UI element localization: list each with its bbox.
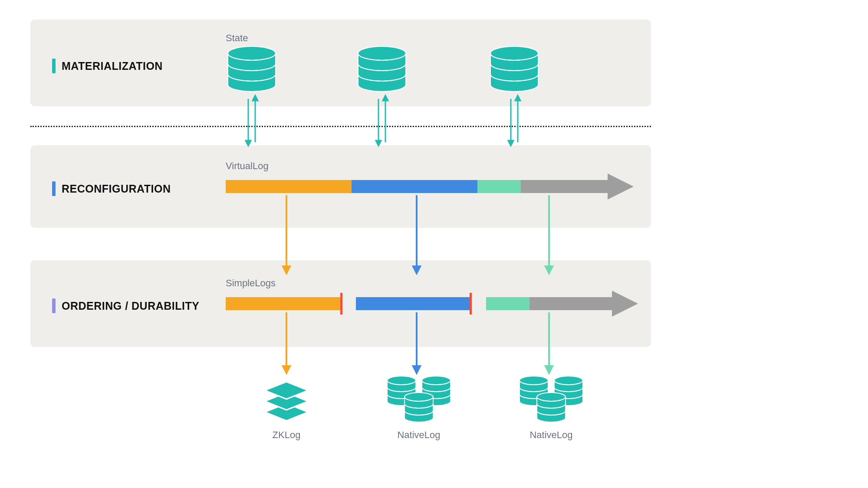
caption-simplelogs: SimpleLogs: [226, 278, 276, 289]
simplelog-bar: [226, 291, 356, 317]
svg-rect-18: [521, 180, 608, 193]
svg-marker-21: [283, 266, 290, 273]
section-label-text: RECONFIGURATION: [62, 183, 171, 195]
state-db-icon: [356, 46, 408, 93]
svg-rect-31: [529, 297, 612, 310]
state-db-icon: [488, 46, 540, 93]
svg-rect-17: [477, 180, 521, 193]
section-label-text: MATERIALIZATION: [62, 60, 163, 72]
caption-state: State: [226, 33, 248, 44]
section-ordering: ORDERING / DURABILITY: [52, 298, 199, 313]
svg-marker-23: [413, 266, 420, 273]
bidir-arrow-icon: [506, 95, 523, 147]
svg-rect-28: [356, 297, 470, 310]
bottom-label-zklog: ZKLog: [260, 429, 312, 441]
section-label-text: ORDERING / DURABILITY: [62, 300, 199, 312]
bidir-arrow-icon: [373, 95, 391, 147]
accent-bar-materialization: [52, 59, 56, 73]
svg-rect-30: [486, 297, 529, 310]
state-db-icon: [226, 46, 278, 93]
down-arrow-icon: [282, 195, 291, 273]
svg-marker-8: [376, 141, 381, 146]
section-reconfiguration: RECONFIGURATION: [52, 181, 171, 196]
svg-marker-38: [546, 366, 552, 373]
down-arrow-icon: [545, 312, 553, 373]
svg-marker-10: [383, 95, 388, 101]
svg-marker-4: [246, 141, 251, 146]
bottom-label-nativelog: NativeLog: [514, 429, 588, 441]
svg-marker-36: [413, 366, 420, 373]
accent-bar-reconfiguration: [52, 181, 56, 196]
bottom-label-nativelog: NativeLog: [382, 429, 456, 441]
down-arrow-icon: [412, 195, 421, 273]
svg-rect-16: [352, 180, 477, 193]
nativelog-cluster-icon: [382, 375, 456, 427]
section-materialization: MATERIALIZATION: [52, 59, 163, 73]
zklog-stack-icon: [260, 377, 312, 425]
svg-marker-6: [253, 95, 258, 101]
svg-marker-32: [612, 291, 638, 317]
down-arrow-icon: [545, 195, 553, 273]
svg-marker-25: [546, 266, 552, 273]
nativelog-cluster-icon: [514, 375, 588, 427]
svg-marker-12: [508, 141, 513, 146]
simplelog-bar: [356, 291, 486, 317]
svg-rect-29: [470, 293, 472, 314]
svg-marker-41: [265, 382, 308, 399]
svg-marker-14: [515, 95, 520, 101]
accent-bar-ordering: [52, 298, 56, 313]
svg-rect-15: [226, 180, 352, 193]
down-arrow-icon: [282, 312, 291, 373]
down-arrow-icon: [412, 312, 421, 373]
dotted-divider: [30, 126, 651, 127]
svg-rect-26: [226, 297, 340, 310]
bidir-arrow-icon: [243, 95, 260, 147]
caption-virtuallog: VirtualLog: [226, 160, 269, 172]
svg-marker-34: [283, 366, 290, 373]
svg-marker-19: [608, 174, 634, 200]
simplelog-bar: [486, 291, 642, 317]
svg-rect-27: [340, 293, 342, 314]
